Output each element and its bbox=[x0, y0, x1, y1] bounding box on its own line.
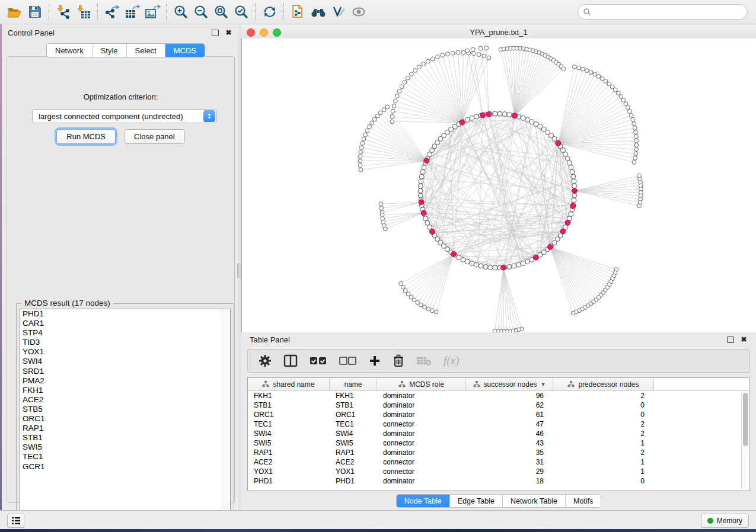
scrollbar-thumb[interactable] bbox=[743, 393, 748, 446]
list-item[interactable]: STB1 bbox=[20, 433, 230, 443]
table-row[interactable]: SWI4SWI4dominator462 bbox=[248, 429, 742, 438]
table-scrollbar[interactable] bbox=[741, 391, 749, 491]
split-panel-icon[interactable] bbox=[283, 354, 298, 367]
tab-node-table[interactable]: Node Table bbox=[397, 495, 450, 507]
list-item[interactable]: SWI4 bbox=[20, 357, 230, 366]
table-cell[interactable]: 2 bbox=[553, 448, 654, 457]
table-cell[interactable]: PHD1 bbox=[248, 477, 330, 485]
table-cell[interactable]: 0 bbox=[553, 477, 654, 485]
close-panel-button[interactable]: Close panel bbox=[124, 129, 185, 144]
column-header-successor-nodes[interactable]: successor nodes ▼ bbox=[466, 378, 553, 390]
table-cell[interactable]: FKH1 bbox=[330, 392, 377, 400]
table-cell[interactable]: ACE2 bbox=[248, 458, 330, 466]
table-cell[interactable]: PHD1 bbox=[330, 477, 377, 485]
table-cell[interactable]: 29 bbox=[466, 467, 553, 476]
table-row[interactable]: ORC1ORC1dominator610 bbox=[248, 410, 742, 419]
list-item[interactable]: SWI5 bbox=[20, 443, 230, 452]
birds-eye-icon[interactable] bbox=[308, 3, 328, 21]
list-scrollbar[interactable] bbox=[222, 309, 230, 519]
table-cell[interactable]: STB1 bbox=[330, 401, 377, 409]
table-cell[interactable]: dominator bbox=[377, 430, 466, 438]
list-item[interactable]: SRD1 bbox=[20, 367, 230, 376]
tab-motifs[interactable]: Motifs bbox=[566, 495, 601, 507]
table-cell[interactable]: 2 bbox=[553, 420, 654, 428]
tab-network[interactable]: Network bbox=[47, 44, 92, 57]
list-item[interactable]: YOX1 bbox=[20, 347, 230, 357]
list-item[interactable]: GCR1 bbox=[20, 462, 230, 472]
table-row[interactable]: PHD1PHD1dominator180 bbox=[248, 476, 742, 486]
task-history-button[interactable] bbox=[7, 514, 24, 528]
add-entry-icon[interactable] bbox=[369, 355, 381, 367]
list-item[interactable]: TEC1 bbox=[20, 452, 230, 462]
table-cell[interactable]: 0 bbox=[553, 401, 654, 409]
memory-button[interactable]: Memory bbox=[701, 514, 749, 528]
search-input[interactable] bbox=[591, 7, 747, 17]
list-item[interactable]: STB5 bbox=[20, 405, 230, 414]
tab-mcds[interactable]: MCDS bbox=[165, 44, 205, 57]
open-session-icon[interactable] bbox=[5, 3, 25, 21]
close-table-panel-icon[interactable]: ✖ bbox=[740, 336, 748, 344]
table-cell[interactable]: ORC1 bbox=[330, 411, 377, 419]
list-item[interactable]: RAP1 bbox=[20, 424, 230, 433]
window-close-icon[interactable] bbox=[247, 28, 255, 37]
column-header-name[interactable]: name bbox=[330, 378, 377, 390]
table-cell[interactable]: connector bbox=[377, 439, 466, 447]
list-item[interactable]: ACE2 bbox=[20, 395, 230, 405]
column-header-predecessor-nodes[interactable]: predecessor nodes bbox=[553, 378, 654, 390]
zoom-in-icon[interactable] bbox=[171, 3, 191, 21]
optimization-criterion-select[interactable]: largest connected component (undirected)… bbox=[32, 109, 217, 123]
deselect-all-icon[interactable] bbox=[339, 356, 357, 366]
delete-entry-trash-icon[interactable] bbox=[393, 354, 404, 367]
zoom-fit-icon[interactable] bbox=[211, 3, 231, 21]
table-cell[interactable]: connector bbox=[377, 420, 466, 428]
table-cell[interactable]: connector bbox=[377, 458, 466, 466]
table-row[interactable]: STB1STB1dominator620 bbox=[248, 400, 742, 410]
table-cell[interactable]: connector bbox=[377, 467, 466, 476]
table-cell[interactable]: ORC1 bbox=[248, 411, 330, 419]
table-cell[interactable]: RAP1 bbox=[330, 448, 377, 457]
share-document-icon[interactable] bbox=[288, 3, 308, 21]
table-cell[interactable]: 62 bbox=[466, 401, 553, 409]
table-cell[interactable]: SWI4 bbox=[330, 430, 377, 438]
list-item[interactable]: STP4 bbox=[20, 328, 230, 338]
column-header-mcds-role[interactable]: MCDS role bbox=[377, 378, 466, 390]
list-item[interactable]: PMA2 bbox=[20, 376, 230, 386]
tab-select[interactable]: Select bbox=[127, 44, 165, 57]
table-cell[interactable]: 96 bbox=[466, 392, 553, 400]
table-row[interactable]: SWI5SWI5connector431 bbox=[248, 438, 742, 448]
table-cell[interactable]: 47 bbox=[466, 420, 553, 428]
table-row[interactable]: YOX1YOX1connector291 bbox=[248, 467, 742, 476]
table-cell[interactable]: 2 bbox=[553, 392, 654, 400]
network-canvas[interactable] bbox=[241, 39, 756, 332]
table-cell[interactable]: SWI4 bbox=[248, 430, 330, 438]
search-field[interactable] bbox=[578, 4, 748, 20]
graphics-details-icon[interactable] bbox=[328, 3, 349, 21]
table-cell[interactable]: 31 bbox=[466, 458, 553, 466]
list-item[interactable]: ORC1 bbox=[20, 414, 230, 424]
float-table-panel-icon[interactable] bbox=[726, 336, 734, 344]
window-minimize-icon[interactable] bbox=[260, 28, 268, 37]
export-image-icon[interactable] bbox=[142, 3, 162, 21]
table-cell[interactable]: dominator bbox=[377, 411, 466, 419]
table-cell[interactable]: SWI5 bbox=[330, 439, 377, 447]
table-cell[interactable]: TEC1 bbox=[330, 420, 377, 428]
table-cell[interactable]: 0 bbox=[553, 411, 654, 419]
mcds-result-list[interactable]: PHD1CAR1STP4TID3YOX1SWI4SRD1PMA2FKH1ACE2… bbox=[20, 309, 231, 520]
column-header-shared-name[interactable]: shared name bbox=[248, 378, 330, 390]
float-panel-icon[interactable] bbox=[211, 29, 219, 37]
table-settings-gear-icon[interactable] bbox=[259, 354, 272, 367]
table-cell[interactable]: dominator bbox=[377, 401, 466, 409]
table-cell[interactable]: 43 bbox=[466, 439, 553, 447]
table-cell[interactable]: YOX1 bbox=[248, 467, 330, 476]
table-cell[interactable]: SWI5 bbox=[248, 439, 330, 447]
table-cell[interactable]: dominator bbox=[377, 477, 466, 485]
list-item[interactable]: PHD1 bbox=[20, 309, 230, 319]
list-item[interactable]: FKH1 bbox=[20, 386, 230, 395]
network-window-titlebar[interactable]: YPA_prune.txt_1 bbox=[241, 25, 756, 39]
table-row[interactable]: FKH1FKH1dominator962 bbox=[248, 391, 742, 400]
save-session-icon[interactable] bbox=[25, 3, 45, 21]
table-cell[interactable]: STB1 bbox=[248, 401, 330, 409]
list-item[interactable]: CAR1 bbox=[20, 319, 230, 328]
refresh-view-icon[interactable] bbox=[260, 3, 280, 21]
table-row[interactable]: RAP1RAP1dominator352 bbox=[248, 448, 742, 457]
